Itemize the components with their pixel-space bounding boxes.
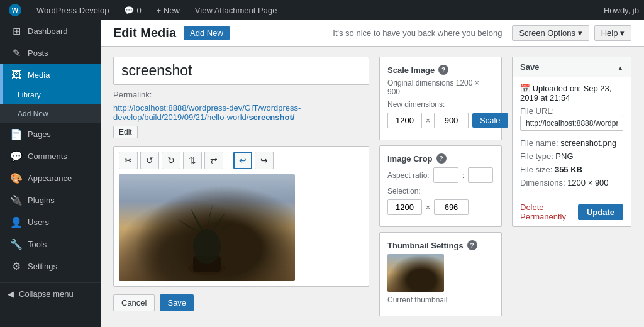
- dimensions-value: 1200 × 900: [567, 178, 608, 187]
- sidebar-item-add-new[interactable]: Add New: [0, 104, 101, 123]
- wp-logo-item[interactable]: W: [5, 0, 25, 20]
- scale-image-section: Scale Image ? Original dimensions 1200 ×…: [379, 57, 502, 140]
- page-header: Edit Media Add New It's so nice to have …: [101, 20, 644, 47]
- nice-message: It's so nice to have you back where you …: [333, 28, 502, 38]
- media-submenu: Library Add New: [0, 86, 101, 123]
- thumbnail-help-icon[interactable]: ?: [467, 240, 477, 250]
- scale-button[interactable]: Scale: [472, 113, 508, 128]
- add-new-button[interactable]: Add New: [184, 26, 230, 40]
- collapse-menu[interactable]: ◀ Collapse menu: [0, 282, 101, 305]
- comment-icon: 💬: [124, 6, 134, 15]
- permalink-link[interactable]: http://localhost:8888/wordpress-dev/GIT/…: [113, 103, 369, 122]
- page-header-left: Edit Media Add New: [113, 26, 230, 40]
- wp-logo: W: [9, 4, 21, 16]
- sidebar-item-posts[interactable]: ✎ Posts: [0, 42, 101, 64]
- view-attachment-item[interactable]: View Attachment Page: [191, 0, 281, 20]
- crop-x-separator: ×: [426, 203, 430, 212]
- sidebar-label-posts: Posts: [28, 48, 48, 58]
- sidebar-item-pages[interactable]: 📄 Pages: [0, 123, 101, 145]
- sidebar-item-plugins[interactable]: 🔌 Plugins: [0, 189, 101, 211]
- file-type-value: PNG: [555, 152, 573, 161]
- thumbnail-title: Thumbnail Settings ?: [387, 240, 494, 250]
- sidebar-item-appearance[interactable]: 🎨 Appearance: [0, 167, 101, 189]
- selection-label: Selection:: [387, 187, 494, 196]
- redo-button[interactable]: ↪: [255, 152, 274, 169]
- dimensions-label: Dimensions:: [520, 178, 567, 187]
- aspect-width-input[interactable]: [433, 167, 458, 183]
- scale-height-input[interactable]: [434, 113, 469, 128]
- file-url-row: File URL:: [520, 106, 623, 135]
- sidebar-item-users[interactable]: 👤 Users: [0, 211, 101, 233]
- sidebar-item-comments[interactable]: 💬 Comments: [0, 145, 101, 167]
- tools-icon: 🔧: [10, 238, 23, 250]
- crop-button[interactable]: ✂: [119, 152, 138, 169]
- title-input[interactable]: [113, 57, 369, 85]
- new-label: + New: [157, 6, 180, 15]
- sidebar-label-dashboard: Dashboard: [28, 26, 68, 36]
- sidebar-label-add-new: Add New: [18, 109, 48, 118]
- settings-icon: ⚙: [10, 260, 23, 272]
- save-panel-collapse-icon[interactable]: [618, 62, 623, 72]
- sidebar-item-tools[interactable]: 🔧 Tools: [0, 233, 101, 255]
- sidebar-item-media[interactable]: 🖼 Media: [0, 64, 101, 86]
- image-crop-section: Image Crop ? Aspect ratio: : Selection: …: [379, 145, 502, 227]
- rotate-left-button[interactable]: ↺: [140, 152, 159, 169]
- dashboard-icon: ⊞: [10, 25, 23, 37]
- undo-button[interactable]: ↩: [233, 152, 252, 169]
- new-item[interactable]: + New: [153, 0, 184, 20]
- cancel-button[interactable]: Cancel: [113, 294, 155, 311]
- content-right-column: Save 📅 Uploaded on: Sep 23, 2019 at 21:5…: [512, 57, 631, 321]
- update-button[interactable]: Update: [578, 204, 623, 220]
- upload-date-row: 📅 Uploaded on: Sep 23, 2019 at 21:54: [520, 84, 623, 103]
- image-preview: [119, 174, 295, 281]
- sidebar-label-pages: Pages: [28, 130, 51, 139]
- scale-original-dims: Original dimensions 1200 × 900: [387, 79, 494, 96]
- scale-x-separator: ×: [426, 116, 430, 125]
- sidebar-item-dashboard[interactable]: ⊞ Dashboard: [0, 20, 101, 42]
- users-icon: 👤: [10, 216, 23, 228]
- image-preview-inner: [119, 174, 295, 281]
- admin-bar: W WordPress Develop 💬 0 + New View Attac…: [0, 0, 644, 20]
- comments-count: 0: [136, 6, 141, 15]
- scale-image-help-icon[interactable]: ?: [438, 65, 448, 75]
- scale-image-label: Scale Image: [387, 65, 435, 75]
- page-title: Edit Media: [113, 26, 176, 40]
- delete-permanently-link[interactable]: Delete Permanently: [520, 202, 578, 221]
- rotate-right-button[interactable]: ↻: [162, 152, 180, 169]
- file-url-label: File URL:: [520, 106, 623, 116]
- crop-width-input[interactable]: [387, 199, 422, 215]
- file-url-input[interactable]: [520, 116, 623, 131]
- screen-options-button[interactable]: Screen Options ▾: [512, 25, 589, 41]
- file-name-value: screenshot.png: [560, 138, 616, 148]
- help-button[interactable]: Help ▾: [594, 25, 631, 41]
- sidebar-label-comments: Comments: [28, 152, 67, 161]
- comments-item[interactable]: 💬 0: [120, 0, 145, 20]
- flip-vertical-button[interactable]: ⇅: [183, 152, 202, 169]
- view-attachment-label: View Attachment Page: [195, 6, 277, 15]
- content-main: Permalink: http://localhost:8888/wordpre…: [113, 57, 369, 321]
- sidebar-item-library[interactable]: Library: [0, 86, 101, 104]
- aspect-label: Aspect ratio:: [387, 171, 430, 180]
- calendar-icon: 📅: [520, 84, 530, 93]
- scale-width-input[interactable]: [387, 113, 422, 128]
- image-edit-column: Scale Image ? Original dimensions 1200 ×…: [379, 57, 502, 321]
- permalink-label: Permalink:: [113, 90, 152, 99]
- permalink-row: Permalink: http://localhost:8888/wordpre…: [113, 90, 369, 138]
- aspect-height-input[interactable]: [468, 167, 493, 183]
- save-image-button[interactable]: Save: [160, 294, 194, 311]
- sidebar-label-users: Users: [28, 218, 49, 227]
- sidebar-label-library: Library: [18, 91, 41, 99]
- site-name-label: WordPress Develop: [36, 6, 109, 15]
- permalink-edit-button[interactable]: Edit: [113, 126, 138, 138]
- site-name-item[interactable]: WordPress Develop: [33, 0, 113, 20]
- file-size-row: File size: 355 KB: [520, 165, 623, 174]
- flip-horizontal-button[interactable]: ⇄: [204, 152, 223, 169]
- layout: ⊞ Dashboard ✎ Posts 🖼 Media Library Add …: [0, 20, 644, 327]
- collapse-menu-label: Collapse menu: [19, 289, 74, 299]
- sidebar-item-settings[interactable]: ⚙ Settings: [0, 255, 101, 277]
- plugins-icon: 🔌: [10, 194, 23, 206]
- image-crop-help-icon[interactable]: ?: [436, 153, 447, 164]
- crop-height-input[interactable]: [434, 199, 469, 215]
- file-type-row: File type: PNG: [520, 152, 623, 161]
- sidebar: ⊞ Dashboard ✎ Posts 🖼 Media Library Add …: [0, 20, 101, 327]
